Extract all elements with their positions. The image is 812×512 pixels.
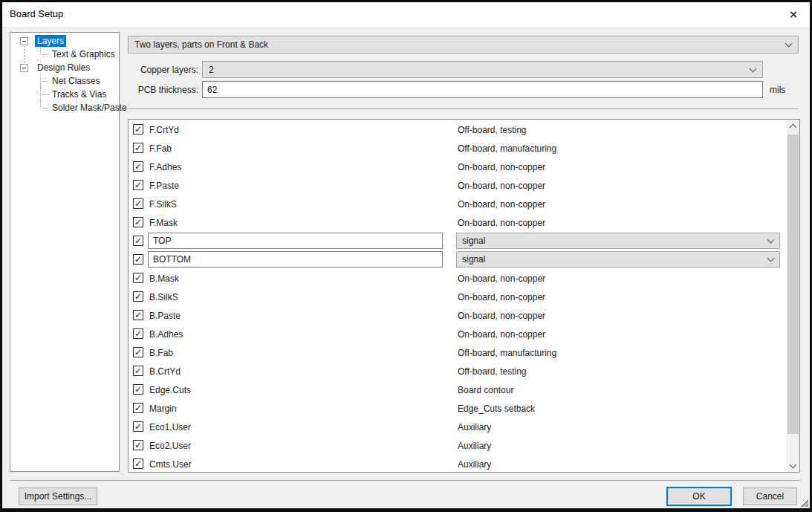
pcb-thickness-input[interactable] [202, 81, 763, 98]
layer-name-label: F.CrtYd [149, 125, 179, 135]
layer-checkbox[interactable]: ✓ [133, 273, 143, 283]
tree-item-text-graphics[interactable]: Text & Graphics [10, 48, 119, 61]
layer-checkbox[interactable]: ✓ [133, 328, 143, 339]
tree-item-design-rules[interactable]: Design Rules [10, 61, 119, 74]
layer-row-f-crtyd: ✓F.CrtYdOff-board, testing [129, 120, 799, 139]
layer-name-label: B.SilkS [149, 292, 178, 302]
layer-type-value: signal [462, 254, 485, 265]
layer-description: On-board, non-copper [458, 181, 545, 191]
ok-button[interactable]: OK [666, 487, 732, 506]
tree-item-layers[interactable]: Layers [10, 34, 119, 48]
scrollbar-down-icon[interactable] [787, 459, 799, 472]
layer-name-input[interactable] [148, 233, 443, 249]
layer-row-margin: ✓MarginEdge_Cuts setback [129, 399, 799, 418]
layer-checkbox[interactable]: ✓ [133, 198, 143, 209]
layer-row-b-paste: ✓B.PasteOn-board, non-copper [129, 306, 799, 325]
layer-description: On-board, non-copper [458, 292, 545, 302]
layer-checkbox[interactable]: ✓ [133, 217, 143, 227]
layer-checkbox[interactable]: ✓ [133, 143, 143, 153]
cancel-button[interactable]: Cancel [743, 487, 797, 505]
layer-description: Auxiliary [458, 441, 491, 451]
layer-type-value: signal [462, 236, 485, 246]
layer-description: Off-board, testing [458, 125, 527, 135]
layer-description: On-board, non-copper [458, 218, 545, 228]
tree-item-label: Tracks & Vias [50, 88, 108, 100]
layer-row-edge-cuts: ✓Edge.CutsBoard contour [129, 380, 799, 399]
layer-name-label: F.Fab [149, 143, 172, 154]
check-icon: ✓ [134, 311, 143, 320]
tree-expander-icon[interactable] [20, 64, 28, 72]
tree-item-solder-mask-paste[interactable]: Solder Mask/Paste [10, 101, 119, 114]
layer-row-f-mask: ✓F.MaskOn-board, non-copper [129, 213, 799, 232]
layer-description: On-board, non-copper [458, 273, 545, 284]
layer-name-label: Edge.Cuts [149, 385, 191, 395]
tree-item-label: Text & Graphics [50, 48, 117, 60]
check-icon: ✓ [134, 459, 143, 468]
layer-row-eco1-user: ✓Eco1.UserAuxiliary [129, 418, 799, 436]
layer-checkbox[interactable]: ✓ [133, 440, 143, 450]
tree-item-net-classes[interactable]: Net Classes [10, 74, 119, 88]
layer-type-select[interactable]: signal [456, 233, 780, 249]
layer-row-b-mask: ✓B.MaskOn-board, non-copper [129, 269, 799, 288]
chevron-down-icon [767, 236, 775, 244]
layer-checkbox[interactable]: ✓ [133, 124, 143, 135]
tree-item-label: Design Rules [35, 62, 92, 74]
check-icon: ✓ [134, 292, 143, 301]
check-icon: ✓ [134, 348, 143, 357]
layer-checkbox[interactable]: ✓ [133, 366, 143, 376]
check-icon: ✓ [134, 273, 143, 282]
copper-layers-select[interactable]: 2 [202, 61, 763, 78]
check-icon: ✓ [134, 218, 143, 227]
resize-grip-icon[interactable] [799, 498, 808, 507]
check-icon: ✓ [134, 385, 143, 394]
scrollbar-up-icon[interactable] [787, 120, 799, 132]
check-icon: ✓ [134, 329, 143, 338]
check-icon: ✓ [134, 162, 143, 171]
layer-checkbox[interactable]: ✓ [133, 458, 143, 469]
layer-row-eco2-user: ✓Eco2.UserAuxiliary [129, 436, 799, 455]
layer-type-select[interactable]: signal [456, 251, 780, 268]
layer-checkbox[interactable]: ✓ [133, 403, 143, 413]
pcb-thickness-unit: mils [770, 85, 785, 95]
check-icon: ✓ [134, 199, 143, 208]
import-settings-button[interactable]: Import Settings... [19, 487, 97, 505]
layer-row-f-adhes: ✓F.AdhesOn-board, non-copper [129, 158, 799, 176]
chevron-down-icon [750, 65, 757, 72]
layer-checkbox[interactable]: ✓ [133, 347, 143, 357]
layer-name-input[interactable] [148, 251, 443, 268]
settings-tree-panel: LayersText & GraphicsDesign RulesNet Cla… [10, 32, 120, 472]
layer-checkbox[interactable]: ✓ [133, 310, 143, 320]
layer-name-label: Margin [149, 404, 177, 414]
window-title: Board Setup [10, 8, 63, 19]
layer-checkbox[interactable]: ✓ [133, 236, 143, 246]
layer-row-b-fab: ✓B.FabOff-board, manufacturing [129, 343, 799, 362]
layer-checkbox[interactable]: ✓ [133, 291, 143, 302]
layer-tree: LayersText & GraphicsDesign RulesNet Cla… [10, 34, 119, 471]
layer-preset-select[interactable]: Two layers, parts on Front & Back [128, 36, 799, 54]
tree-expander-icon[interactable] [20, 37, 28, 45]
layer-description: Board contour [458, 385, 513, 395]
layer-checkbox[interactable]: ✓ [133, 180, 143, 190]
layer-name-label: F.Paste [149, 181, 179, 191]
vertical-scrollbar[interactable] [787, 120, 799, 472]
layer-checkbox[interactable]: ✓ [133, 254, 143, 265]
layer-row-f-fab: ✓F.FabOff-board, manufacturing [129, 139, 799, 158]
chevron-down-icon [767, 255, 775, 262]
tree-item-label: Layers [35, 35, 66, 47]
layer-description: Off-board, manufacturing [458, 143, 556, 154]
layer-checkbox[interactable]: ✓ [133, 384, 143, 395]
scrollbar-thumb[interactable] [787, 135, 799, 434]
check-icon: ✓ [134, 255, 143, 264]
layer-row-b-adhes: ✓B.AdhesOn-board, non-copper [129, 325, 799, 343]
check-icon: ✓ [134, 366, 143, 375]
layer-row-f-paste: ✓F.PasteOn-board, non-copper [129, 176, 799, 195]
copper-layers-label: Copper layers: [128, 65, 198, 75]
layer-description: Off-board, manufacturing [458, 348, 556, 358]
close-icon[interactable]: ✕ [783, 5, 804, 25]
tree-item-label: Net Classes [50, 75, 103, 87]
layer-description: On-board, non-copper [458, 311, 545, 321]
layer-row-b-crtyd: ✓B.CrtYdOff-board, testing [129, 362, 799, 380]
tree-item-tracks-vias[interactable]: Tracks & Vias [10, 88, 119, 101]
layer-checkbox[interactable]: ✓ [133, 161, 143, 172]
layer-checkbox[interactable]: ✓ [133, 421, 143, 432]
